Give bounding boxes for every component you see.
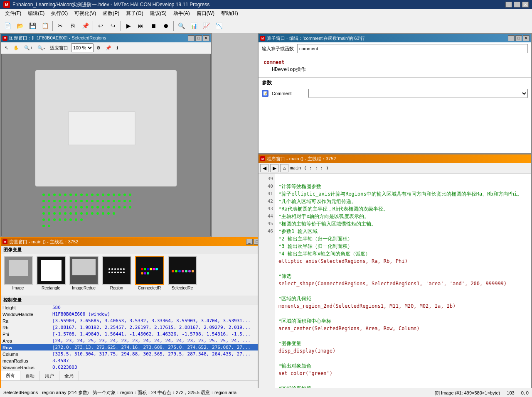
toolbar-chart1[interactable]: 📊 xyxy=(188,20,200,32)
var-thumbnails: Image Rectangle xyxy=(1,254,269,296)
menu-file[interactable]: 文件(F) xyxy=(2,9,25,18)
svg-point-62 xyxy=(86,212,88,215)
nav-back[interactable]: ◀ xyxy=(260,164,268,172)
thumb-image-svg xyxy=(5,257,32,284)
var-row-varianceradius[interactable]: VarianceRadius 0.0223803 xyxy=(1,364,269,371)
img-tool-fit[interactable]: 适应窗口 xyxy=(48,43,70,52)
image-window-close[interactable]: ✕ xyxy=(203,35,209,41)
toolbar-debug[interactable]: 🔍 xyxy=(175,20,187,32)
status-right: [0] Image (#1: 499×580×1×byte) 103 0, 0 xyxy=(435,390,529,395)
code-line-empty1 xyxy=(278,265,528,272)
toolbar-undo[interactable]: ↩ xyxy=(95,20,106,32)
svg-point-26 xyxy=(75,200,77,202)
maximize-button[interactable]: □ xyxy=(514,2,520,7)
image-window-logo: M xyxy=(2,36,7,41)
var-row-windowhandle[interactable]: WindowHandle H1F80B0AE600 (window) xyxy=(1,311,269,318)
toolbar-open[interactable]: 📂 xyxy=(14,20,26,32)
code-line-color: *输出对象颜色 xyxy=(278,362,528,370)
minimize-button[interactable]: _ xyxy=(505,2,512,7)
img-tool-cursor[interactable]: ↖ xyxy=(2,43,10,52)
nav-home[interactable]: ⌂ xyxy=(280,164,288,172)
toolbar-stop[interactable]: ⏹ xyxy=(148,20,159,32)
menu-function[interactable]: 函数(P) xyxy=(99,9,123,18)
thumb-imagereduc[interactable]: ImageReduc xyxy=(68,256,99,294)
menu-execute[interactable]: 执行(X) xyxy=(48,9,71,18)
toolbar-run[interactable]: ▶ xyxy=(123,20,134,32)
op-window-controls: _ □ ✕ xyxy=(508,35,530,41)
tab-global[interactable]: 全局 xyxy=(59,371,79,380)
img-tool-info[interactable]: ℹ xyxy=(114,43,120,52)
menu-assistant[interactable]: 助手(A) xyxy=(170,9,193,18)
code-line-c3: *3 输出次半轴（归一化到面积） xyxy=(278,243,528,250)
nav-forward[interactable]: ▶ xyxy=(270,164,278,172)
tab-auto[interactable]: 自动 xyxy=(20,371,40,380)
toolbar-step[interactable]: ⏭ xyxy=(135,20,147,32)
menu-suggest[interactable]: 建议(S) xyxy=(147,9,170,18)
toolbar-save-as[interactable]: 📋 xyxy=(39,20,51,32)
image-window-minimize[interactable]: _ xyxy=(188,35,195,41)
svg-point-93 xyxy=(114,272,116,273)
var-row-phi[interactable]: Phi [-1.5708, 1.49849, 1.56441, -1.45062… xyxy=(1,331,269,338)
op-input-field[interactable] xyxy=(297,44,528,53)
img-tool-zoomin[interactable]: 🔍+ xyxy=(22,43,34,52)
svg-point-90 xyxy=(123,268,125,270)
menu-edit[interactable]: 编辑(E) xyxy=(25,9,48,18)
svg-point-42 xyxy=(69,206,72,208)
menu-window[interactable]: 窗口(W) xyxy=(193,9,218,18)
thumb-connectedr[interactable]: ConnectedR xyxy=(134,256,165,294)
code-line-46: *参数1 输入区域 xyxy=(278,228,528,235)
menu-operator[interactable]: 算子(O) xyxy=(123,9,146,18)
op-param-select1[interactable] xyxy=(308,89,528,98)
toolbar-chart2[interactable]: 📈 xyxy=(200,20,212,32)
var-row-column[interactable]: Column [325.5, 310.304, 317.75, 294.88, … xyxy=(1,351,269,358)
img-tool-settings[interactable]: ⚙ xyxy=(94,43,103,52)
code-line-areacenter: *区域的面积和中心坐标 xyxy=(278,317,528,325)
var-row-rb[interactable]: Rb [2.08167, 1.98192, 2.25457, 2.26197, … xyxy=(1,324,269,331)
svg-point-101 xyxy=(150,268,152,270)
toolbar-new[interactable]: 📄 xyxy=(2,20,13,32)
toolbar-cut[interactable]: ✂ xyxy=(54,20,66,32)
tab-all[interactable]: 所有 xyxy=(1,371,20,380)
op-window-minimize[interactable]: _ xyxy=(508,35,515,41)
img-tool-pin[interactable]: 📌 xyxy=(103,43,113,52)
thumb-rectangle-label: Rectangle xyxy=(42,286,60,290)
thumb-selectedre[interactable]: SelectedRe xyxy=(167,256,198,294)
menu-help[interactable]: 帮助(H) xyxy=(218,9,241,18)
var-row-height[interactable]: Height 580 xyxy=(1,304,269,311)
svg-rect-83 xyxy=(72,259,96,275)
close-button[interactable]: ✕ xyxy=(522,2,529,7)
op-params: 参数 📝 Comment xyxy=(259,77,531,100)
code-line-moments: moments_region_2nd(SelectedRegions1, M11… xyxy=(278,302,528,310)
menu-visual[interactable]: 可视化(V) xyxy=(71,9,99,18)
svg-point-111 xyxy=(182,270,184,272)
var-window-minimize[interactable]: _ xyxy=(246,239,253,245)
toolbar-reset[interactable]: ⏺ xyxy=(160,20,172,32)
svg-point-28 xyxy=(86,200,88,202)
img-tool-zoomout[interactable]: 🔍- xyxy=(35,43,47,52)
toolbar-save[interactable]: 💾 xyxy=(27,20,38,32)
tab-user[interactable]: 用户 xyxy=(40,371,59,380)
var-row-meanradius[interactable]: meanRadius 3.4587 xyxy=(1,358,269,364)
toolbar-paste[interactable]: 📌 xyxy=(79,20,91,32)
var-row-row[interactable]: Row [272.0, 273.13, 272.625, 274.16, 273… xyxy=(1,344,269,351)
var-row-area[interactable]: Area [24, 23, 24, 25, 23, 24, 23, 23, 24… xyxy=(1,338,269,344)
toolbar-redo[interactable]: ↪ xyxy=(107,20,119,32)
thumb-imagereduc-svg xyxy=(70,257,98,284)
var-row-ra[interactable]: Ra [3.55903, 3.65685, 3.40653, 3.5332, 3… xyxy=(1,318,269,324)
zoom-select[interactable]: 100 % 50 % 200 % xyxy=(71,43,94,52)
svg-point-52 xyxy=(123,206,126,208)
code-line-elliptic: elliptic_axis(SelectedRegions, Ra, Rb, P… xyxy=(278,257,528,265)
code-line-filter: *筛选 xyxy=(278,272,528,280)
image-window-maximize[interactable]: □ xyxy=(195,35,202,41)
thumb-rectangle[interactable]: Rectangle xyxy=(35,256,66,294)
thumb-image[interactable]: Image xyxy=(2,256,34,294)
svg-point-46 xyxy=(91,206,94,208)
svg-point-66 xyxy=(107,212,110,215)
img-tool-hand[interactable]: ✋ xyxy=(11,43,21,52)
toolbar-copy[interactable]: ⎘ xyxy=(67,20,79,32)
op-code-line2: HDevelop操作 xyxy=(272,66,526,73)
thumb-region[interactable]: Region xyxy=(101,256,132,294)
op-window-maximize[interactable]: □ xyxy=(515,35,522,41)
op-window-close[interactable]: ✕ xyxy=(523,35,530,41)
toolbar-chart3[interactable]: 📉 xyxy=(213,20,224,32)
